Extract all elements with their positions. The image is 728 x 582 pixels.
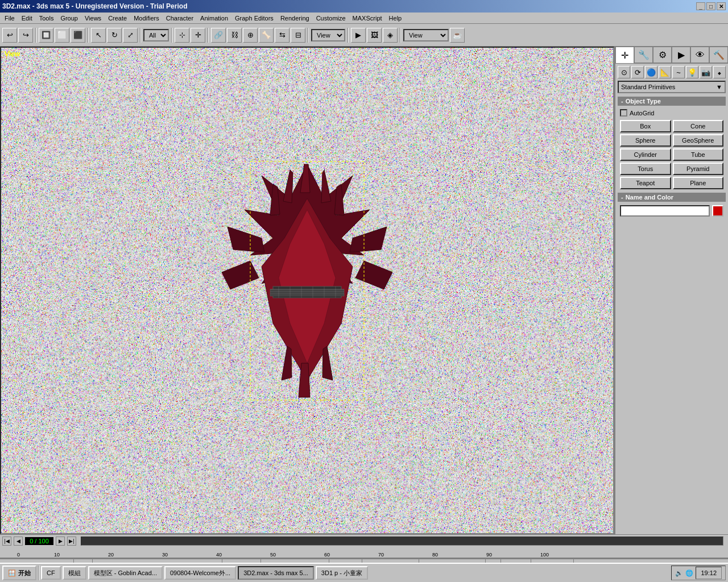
btn-plane[interactable]: Plane bbox=[673, 177, 724, 189]
select-filter-dropdown[interactable]: All bbox=[143, 29, 169, 41]
taskbar-cf[interactable]: CF bbox=[41, 566, 61, 580]
menu-bar: File Edit Tools Group Views Create Modif… bbox=[0, 13, 728, 24]
rp-tab-utilities[interactable]: 🔨 bbox=[709, 47, 728, 63]
unlink-btn[interactable]: ⛓ bbox=[227, 28, 242, 43]
btn-box[interactable]: Box bbox=[620, 120, 671, 132]
menu-create[interactable]: Create bbox=[105, 14, 130, 23]
rp-icon-1[interactable]: ⊙ bbox=[618, 66, 630, 78]
name-color-row bbox=[620, 205, 723, 217]
timeline-track[interactable] bbox=[81, 537, 723, 546]
ruler-area: 0 10 20 30 40 50 60 70 80 90 100 bbox=[0, 547, 728, 558]
rp-icon-8[interactable]: ⬥ bbox=[713, 66, 726, 78]
rp-tab-motion[interactable]: ▶ bbox=[672, 47, 690, 63]
rp-tab-hierarchy[interactable]: ⚙ bbox=[653, 47, 672, 63]
btn-cone[interactable]: Cone bbox=[673, 120, 724, 132]
menu-edit[interactable]: Edit bbox=[18, 14, 36, 23]
render-btn[interactable]: ▶ bbox=[351, 28, 366, 43]
render-preset-dropdown[interactable]: View bbox=[403, 29, 449, 41]
tl-next-frame[interactable]: ▶ bbox=[56, 537, 65, 546]
taskbar-3d1p[interactable]: 3D1 p - 小童家 bbox=[316, 566, 368, 580]
svg-marker-25 bbox=[322, 346, 333, 380]
color-swatch[interactable] bbox=[712, 205, 723, 217]
menu-graph-editors[interactable]: Graph Editors bbox=[231, 14, 277, 23]
close-btn[interactable]: ✕ bbox=[717, 2, 726, 10]
menu-character[interactable]: Character bbox=[163, 14, 197, 23]
taskbar-module[interactable]: 模組 bbox=[63, 566, 86, 580]
rotate-btn[interactable]: ↻ bbox=[107, 28, 122, 43]
snap-btn[interactable]: ⊹ bbox=[175, 28, 189, 43]
menu-modifiers[interactable]: Modifiers bbox=[130, 14, 163, 23]
minimize-btn[interactable]: _ bbox=[696, 2, 705, 10]
rp-icon-4[interactable]: 📐 bbox=[659, 66, 671, 78]
btn-pyramid[interactable]: Pyramid bbox=[673, 163, 724, 175]
viewport-dropdown[interactable]: View bbox=[311, 29, 345, 41]
svg-rect-13 bbox=[270, 289, 344, 296]
menu-maxscript[interactable]: MAXScript bbox=[349, 14, 386, 23]
toolbar-sep-5 bbox=[208, 28, 209, 43]
window-title: 3D2.max - 3ds max 5 - Unregistered Versi… bbox=[2, 2, 187, 10]
mirror-btn[interactable]: ⇆ bbox=[275, 28, 289, 43]
rp-tab-modify[interactable]: 🔧 bbox=[634, 47, 653, 63]
object-name-input[interactable] bbox=[620, 205, 710, 217]
menu-views[interactable]: Views bbox=[81, 14, 105, 23]
bones-btn[interactable]: 🦴 bbox=[259, 28, 274, 43]
rp-tab-display[interactable]: 👁 bbox=[690, 47, 709, 63]
systray-icon-1: 🔊 bbox=[675, 569, 683, 577]
rp-tab-create[interactable]: ✛ bbox=[615, 47, 634, 63]
undo-btn[interactable]: ↩ bbox=[2, 28, 17, 43]
viewport[interactable]: View bbox=[0, 47, 614, 534]
link-btn[interactable]: 🔗 bbox=[211, 28, 226, 43]
menu-customize[interactable]: Customize bbox=[313, 14, 349, 23]
tl-counter[interactable]: 0 / 100 bbox=[25, 537, 53, 545]
align-btn[interactable]: ⊟ bbox=[291, 28, 305, 43]
material-btn[interactable]: ◈ bbox=[383, 28, 398, 43]
scale-btn[interactable]: ⤢ bbox=[123, 28, 138, 43]
rp-icon-7[interactable]: 📷 bbox=[700, 66, 712, 78]
tl-prev-key[interactable]: |◀ bbox=[2, 537, 11, 546]
menu-group[interactable]: Group bbox=[57, 14, 81, 23]
redo-btn[interactable]: ↪ bbox=[18, 28, 33, 43]
bind-btn[interactable]: ⊕ bbox=[243, 28, 258, 43]
taskbar-welcome[interactable]: 090804-Welcome外... bbox=[164, 566, 236, 580]
svg-marker-11 bbox=[355, 261, 392, 289]
maximize-btn[interactable]: □ bbox=[706, 2, 715, 10]
btn-geosphere[interactable]: GeoSphere bbox=[673, 134, 724, 147]
cup-btn[interactable]: ☕ bbox=[450, 28, 465, 43]
autogrid-row: AutoGrid bbox=[620, 109, 723, 117]
btn-cylinder[interactable]: Cylinder bbox=[620, 148, 671, 161]
window-controls[interactable]: _ □ ✕ bbox=[696, 2, 726, 10]
select2-btn[interactable]: ⬜ bbox=[55, 28, 69, 43]
btn-sphere[interactable]: Sphere bbox=[620, 134, 671, 147]
rp-icon-6[interactable]: 💡 bbox=[686, 66, 698, 78]
taskbar-goblin[interactable]: 模型区 - Goblin Acad... bbox=[88, 566, 163, 580]
rp-icon-5[interactable]: ~ bbox=[672, 66, 685, 78]
menu-help[interactable]: Help bbox=[386, 14, 406, 23]
tl-prev-frame[interactable]: ◀ bbox=[14, 537, 23, 546]
ruler-10: 10 bbox=[54, 552, 60, 558]
main-area: View bbox=[0, 47, 728, 534]
menu-file[interactable]: File bbox=[1, 14, 18, 23]
start-button[interactable]: 🪟 开始 bbox=[2, 566, 36, 580]
primitives-dropdown[interactable]: Standard Primitives ▼ bbox=[618, 81, 726, 93]
svg-marker-10 bbox=[222, 261, 259, 289]
rp-icon-3[interactable]: 🔵 bbox=[645, 66, 657, 78]
menu-rendering[interactable]: Rendering bbox=[277, 14, 313, 23]
btn-torus[interactable]: Torus bbox=[620, 163, 671, 175]
rp-icon-2[interactable]: ⟳ bbox=[631, 66, 644, 78]
menu-animation[interactable]: Animation bbox=[197, 14, 231, 23]
start-label: 开始 bbox=[18, 569, 31, 577]
menu-tools[interactable]: Tools bbox=[36, 14, 57, 23]
select3-btn[interactable]: ⬛ bbox=[71, 28, 85, 43]
snap2-btn[interactable]: ✛ bbox=[191, 28, 205, 43]
taskbar-3d2max[interactable]: 3D2.max - 3ds max 5... bbox=[238, 566, 314, 580]
panel-tabs: ✛ 🔧 ⚙ ▶ 👁 🔨 bbox=[615, 47, 728, 64]
autogrid-checkbox[interactable] bbox=[620, 109, 627, 117]
ruler-20: 20 bbox=[108, 552, 114, 558]
render2-btn[interactable]: 🖼 bbox=[367, 28, 382, 43]
btn-teapot[interactable]: Teapot bbox=[620, 177, 671, 189]
object-type-header: - Object Type bbox=[618, 97, 726, 106]
btn-tube[interactable]: Tube bbox=[673, 148, 724, 161]
tl-next-key[interactable]: ▶| bbox=[67, 537, 76, 546]
select-btn[interactable]: 🔲 bbox=[39, 28, 53, 43]
move-btn[interactable]: ↖ bbox=[91, 28, 106, 43]
